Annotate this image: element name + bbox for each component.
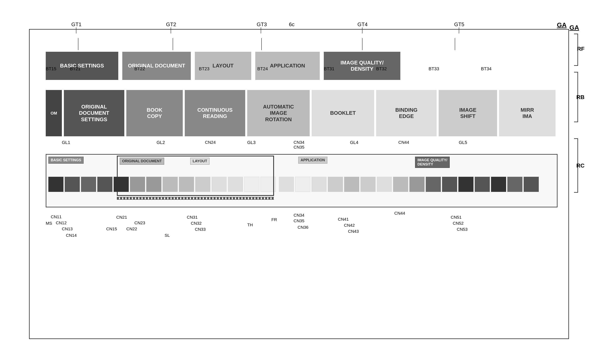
sq-29[interactable] [507,177,523,192]
cn42-label: CN42 [344,223,355,228]
gt3-line [261,38,262,50]
sq-24[interactable] [426,177,441,192]
gl4-label: GL4 [350,140,358,145]
rf-btn-application[interactable]: APPLICATION [255,52,320,80]
cn22-label: CN22 [126,226,137,231]
gt4-line [362,38,363,50]
cn15-label: CN15 [106,226,117,231]
sq-30[interactable] [524,177,539,192]
cn35-label-above: CN35 [294,145,304,150]
sq-23[interactable] [409,177,424,192]
rb-btn-image-shift[interactable]: IMAGESHIFT [439,90,497,136]
rb-btn-booklet[interactable]: BOOKLET [312,90,374,136]
sq-4[interactable] [97,177,112,192]
cn12-label: CN12 [56,220,67,225]
sq-18[interactable] [328,177,343,192]
sq-20[interactable] [360,177,375,192]
cn51-label: CN51 [451,215,462,220]
rc-group-image-quality: IMAGE QUALITY/DENSITY [415,157,450,168]
sq-3[interactable] [81,177,96,192]
sq-19[interactable] [344,177,359,192]
cn53-label: CN53 [457,227,468,232]
gt2-top-label: GT2 [166,21,176,28]
cn21-label: CN21 [116,215,127,220]
gt3-top-label: GT3 [257,21,267,28]
cn33-label: CN33 [195,227,206,232]
rc-group-application: APPLICATION [298,157,327,164]
rc-group-layout: LAYOUT [190,158,209,165]
rc-group-basic-settings: BASIC SETTINGS [48,157,84,164]
gt1-top-label: GT1 [71,21,82,28]
cn31-label: CN31 [187,215,198,220]
cn52-label: CN52 [453,221,464,226]
sq-1[interactable] [48,177,64,192]
main-diagram-border: RF RB RC BASIC SETTINGS ORIGINAL DOCUMEN… [29,29,569,339]
rf-btn-image-quality[interactable]: IMAGE QUALITY/DENSITY [324,52,400,80]
sq-26[interactable] [458,177,473,192]
rb-row: OM ORIGINALDOCUMENTSETTINGS BOOKCOPY CON… [46,88,562,138]
gt1-line [78,38,78,50]
fr-label: FR [271,217,277,222]
sq-22[interactable] [393,177,408,192]
rf-btn-layout[interactable]: LAYOUT [195,52,251,80]
sq-28[interactable] [491,177,506,192]
th-label: TH [247,222,253,227]
sq-21[interactable] [377,177,392,192]
gt2-line [173,38,173,50]
bt22-label: BT22 [134,66,145,72]
cn32-label: CN32 [191,221,202,226]
gt4-top-label: GT4 [357,21,368,28]
sq-27[interactable] [475,177,490,192]
gl5-label: GL5 [459,140,467,145]
rf-btn-original-document[interactable]: ORIGINAL DOCUMENT [122,52,191,80]
bt34-label: BT34 [481,66,492,72]
sq-2[interactable] [65,177,80,192]
gt1-outer-line [76,27,76,33]
cn44-label-above: CN44 [398,140,409,145]
cn41-label: CN41 [338,217,349,222]
rb-btn-continuous-reading[interactable]: CONTINUOUSREADING [185,90,245,136]
rb-btn-binding-edge[interactable]: BINDINGEDGE [376,90,437,136]
dashed-bar [117,197,274,200]
gt2-outer-line [171,27,171,33]
cn34-label-above: CN34 [294,140,304,145]
cn23-label: CN23 [134,220,145,225]
ms-label: MS [46,221,52,226]
cn43-label: CN43 [348,229,359,234]
gl1-label: GL1 [62,140,70,145]
cn34-below-label: CN34 [294,213,304,218]
sq-17[interactable] [311,177,327,192]
sq-25[interactable] [442,177,457,192]
gt5-outer-line [459,27,459,33]
cn13-label: CN13 [62,226,73,231]
rb-btn-original-doc-settings[interactable]: ORIGINALDOCUMENTSETTINGS [64,90,124,136]
cn36-label: CN36 [298,225,308,230]
bt31-label: BT31 [324,66,334,72]
bt24-label: BT24 [257,66,268,72]
rb-btn-mirror-image[interactable]: MIRRIMA [499,90,556,136]
rb-btn-om[interactable]: OM [46,90,62,136]
gt5-top-label: GT5 [454,21,465,28]
rb-label: RB [576,94,584,100]
sl-label: SL [165,233,170,238]
rf-btn-basic-settings[interactable]: BASIC SETTINGS [46,52,118,80]
rb-btn-book-copy[interactable]: BOOKCOPY [126,90,183,136]
cn14-label: CN14 [66,233,77,238]
gl2-label: GL2 [157,140,165,145]
gt5-line [455,38,455,50]
bt15-label: BT15 [46,66,56,72]
rb-btn-auto-image-rotation[interactable]: AUTOMATICIMAGEROTATION [247,90,310,136]
rc-label: RC [576,162,584,169]
rc-outer-box: BASIC SETTINGS ORIGINAL DOCUMENT LAYOUT … [46,154,557,207]
bt33-label: BT33 [429,66,439,72]
gt4-outer-line [362,27,363,33]
ga-label: GA [569,24,579,32]
bt23-label: BT23 [199,66,209,72]
sq-15[interactable] [279,177,294,192]
bt32-label: BT32 [376,66,387,72]
ga-top-label: GA [557,21,566,29]
cn44-below-label: CN44 [394,211,405,216]
rc-focus-box: ORIGINAL DOCUMENT LAYOUT [117,156,274,196]
rc-group-original-doc: ORIGINAL DOCUMENT [120,158,164,165]
sq-16[interactable] [295,177,310,192]
